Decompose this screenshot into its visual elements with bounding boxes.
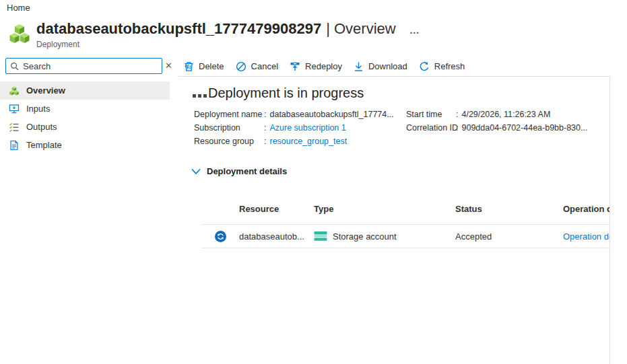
column-header-type: Type	[314, 204, 455, 214]
deployment-details-table: Resource Type Status Operation details d…	[202, 194, 609, 248]
page-title: databaseautobackupsftl_1777479908297	[36, 20, 321, 38]
azure-deployment-overview-page: Home databaseautobackupsftl_177747990829…	[0, 0, 627, 364]
redeploy-button-label: Redeploy	[305, 61, 342, 71]
template-icon	[9, 140, 20, 151]
cancel-button-label: Cancel	[251, 61, 278, 71]
search-clear-button[interactable]: ✕	[165, 61, 172, 71]
field-start-time: Start time:4/29/2026, 11:26:23 AM	[406, 108, 587, 121]
column-header-operation-details: Operation details	[563, 204, 609, 214]
sidebar-item-outputs[interactable]: Outputs	[0, 118, 170, 136]
subscription-link[interactable]: Azure subscription 1	[269, 123, 345, 133]
row-operation-details-cell: Operation details	[563, 231, 609, 242]
page-title-suffix: | Overview	[326, 20, 396, 38]
field-resource-group: Resource group:resource_group_test	[194, 135, 394, 148]
sidebar-item-inputs[interactable]: Inputs	[0, 100, 170, 118]
deployment-cubes-icon	[8, 22, 31, 45]
sidebar-item-label: Inputs	[26, 104, 50, 114]
field-label: Subscription	[194, 121, 264, 135]
sidebar-item-overview[interactable]: Overview	[0, 81, 170, 100]
field-value: 4/29/2026, 11:26:23 AM	[461, 110, 550, 119]
redeploy-button[interactable]: Redeploy	[290, 61, 342, 72]
search-icon	[10, 62, 19, 71]
download-icon	[354, 61, 364, 72]
breadcrumb-home-link[interactable]: Home	[7, 3, 30, 13]
sync-in-progress-icon	[215, 231, 226, 242]
field-value: databaseautobackupsftl_17774...	[269, 110, 393, 119]
column-header-resource: Resource	[239, 204, 314, 214]
trash-icon	[184, 61, 194, 72]
download-button-label: Download	[368, 61, 407, 71]
inputs-icon	[9, 104, 20, 114]
row-resource-name: databaseautob...	[239, 231, 314, 242]
row-status-text: Accepted	[455, 231, 563, 242]
field-colon: :	[264, 121, 266, 135]
field-colon: :	[456, 108, 458, 121]
field-colon: :	[264, 108, 266, 121]
deployment-details-label: Deployment details	[207, 166, 287, 176]
outputs-icon	[9, 122, 20, 133]
field-subscription: Subscription:Azure subscription 1	[194, 121, 394, 135]
redeploy-icon	[290, 61, 300, 72]
cancel-icon	[236, 61, 246, 72]
refresh-icon	[419, 61, 430, 72]
chevron-down-icon	[191, 168, 201, 175]
field-label: Start time	[406, 108, 456, 121]
cubes-icon	[9, 85, 20, 96]
row-type-cell: Storage account	[314, 231, 455, 242]
deployment-fields-right: Start time:4/29/2026, 11:26:23 AM Correl…	[406, 108, 587, 135]
refresh-button-label: Refresh	[434, 61, 465, 71]
sidebar-item-label: Outputs	[26, 122, 57, 132]
deployment-details-expander[interactable]: Deployment details	[191, 166, 287, 176]
download-button[interactable]: Download	[354, 61, 407, 72]
page-title-row: databaseautobackupsftl_1777479908297 | O…	[36, 20, 420, 38]
field-label: Resource group	[194, 135, 264, 148]
command-bar: Delete Cancel Redeploy Download Refresh	[178, 57, 609, 77]
deployment-fields-left: Deployment name:databaseautobackupsftl_1…	[194, 108, 394, 148]
delete-button[interactable]: Delete	[184, 61, 224, 72]
field-colon: :	[456, 121, 458, 135]
deployment-status-heading: Deployment is in progress	[208, 85, 364, 101]
resource-group-link[interactable]: resource_group_test	[269, 137, 347, 146]
cancel-button[interactable]: Cancel	[236, 61, 278, 72]
row-status-cell	[202, 231, 239, 242]
field-value: 909dda04-6702-44ea-b9bb-830...	[461, 123, 587, 133]
page-subtitle: Deployment	[36, 40, 79, 49]
search-placeholder: Search	[23, 61, 51, 71]
row-type-label: Storage account	[333, 231, 397, 242]
storage-account-icon	[314, 231, 327, 242]
search-input[interactable]: Search	[5, 58, 162, 74]
field-deployment-name: Deployment name:databaseautobackupsftl_1…	[194, 108, 394, 121]
operation-details-link[interactable]: Operation details	[563, 231, 609, 242]
table-header-row: Resource Type Status Operation details	[202, 194, 609, 225]
progress-squares-icon	[193, 94, 207, 98]
delete-button-label: Delete	[199, 61, 224, 71]
sidebar-item-label: Template	[26, 140, 62, 150]
sidebar-nav: Overview Inputs Outputs Template	[0, 81, 170, 154]
refresh-button[interactable]: Refresh	[419, 61, 465, 72]
table-row[interactable]: databaseautob... Storage account Accepte…	[202, 225, 609, 248]
field-label: Correlation ID	[406, 121, 456, 135]
sidebar-item-template[interactable]: Template	[0, 136, 170, 154]
column-header-status: Status	[455, 204, 563, 214]
field-colon: :	[264, 135, 266, 148]
content-pane-divider	[609, 77, 610, 364]
field-label: Deployment name	[194, 108, 264, 121]
more-actions-button[interactable]: …	[409, 24, 420, 36]
field-correlation-id: Correlation ID:909dda04-6702-44ea-b9bb-8…	[406, 121, 587, 135]
sidebar-item-label: Overview	[26, 85, 65, 96]
